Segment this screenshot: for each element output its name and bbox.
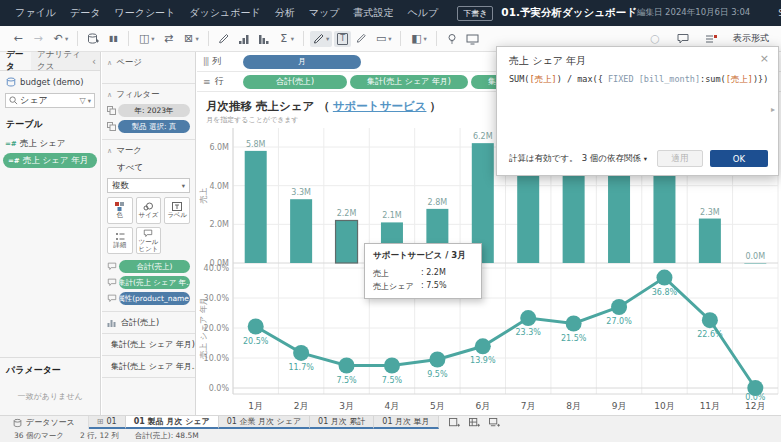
new-worksheet-icon[interactable]	[449, 418, 460, 428]
dependencies-dropdown[interactable]: 3 個の依存関係 ▾	[582, 153, 647, 165]
edit-button[interactable]	[353, 31, 370, 46]
line-point-mark[interactable]	[566, 316, 582, 332]
line-point-mark[interactable]	[384, 358, 400, 374]
bar-mark[interactable]	[653, 166, 675, 263]
expand-panel-icon[interactable]: ▸	[771, 105, 775, 114]
field-uriage-share-nengetsu[interactable]: =# 売上 シェア 年月	[3, 153, 97, 168]
apply-button[interactable]: 適用	[657, 150, 703, 167]
tab-monthly-cumulative[interactable]: 01 月次 累計	[310, 416, 374, 429]
columns-pill-month[interactable]: 月	[243, 55, 361, 69]
sort-descending-button[interactable]	[255, 31, 273, 47]
status-circle-button[interactable]: ○	[646, 31, 664, 46]
search-box[interactable]: ▽ ▾	[5, 93, 95, 108]
fit-button[interactable]: ◧▾	[407, 31, 429, 46]
datasource-tab[interactable]: データソース	[0, 416, 89, 429]
line-point-mark[interactable]	[293, 345, 309, 361]
line-point-mark[interactable]	[702, 312, 718, 328]
marks-card-header[interactable]: ∧マーク	[107, 145, 190, 157]
ok-button[interactable]: OK	[710, 150, 768, 167]
datasource-row[interactable]: budget (demo)	[0, 71, 100, 91]
marks-pill-attr-product[interactable]: 属性(product_name)	[119, 292, 190, 305]
collapse-chevron-icon: ∧	[107, 147, 112, 155]
new-dashboard-icon[interactable]	[469, 418, 480, 428]
duplicate-button[interactable]: ⇄	[160, 31, 178, 46]
tab-data[interactable]: データ	[0, 52, 31, 70]
bar-mark[interactable]	[290, 199, 312, 263]
menu-data[interactable]: データ	[63, 6, 107, 20]
pause-updates-button[interactable]: ▮▮	[104, 31, 122, 46]
tab-dashboard-01[interactable]: ⊞01	[89, 416, 126, 429]
forward-button[interactable]: →	[29, 31, 47, 46]
new-datasource-button[interactable]	[84, 31, 102, 47]
line-point-mark[interactable]	[429, 352, 445, 368]
line-point-mark[interactable]	[656, 270, 672, 286]
field-uriage-share[interactable]: =# 売上 シェア	[0, 136, 100, 152]
menu-dashboard[interactable]: ダッシュボード	[182, 6, 267, 20]
filter-pill-product[interactable]: 製品 選択: 真	[118, 120, 190, 133]
search-input[interactable]	[20, 96, 62, 106]
color-button[interactable]: 色	[107, 197, 133, 224]
bar-mark[interactable]	[245, 151, 267, 263]
tab-monthly-single[interactable]: 01 月次 単月	[374, 416, 438, 429]
menu-help[interactable]: ヘルプ	[400, 6, 445, 20]
rows-pill-agg-share-1[interactable]: 集計(売上 シェア 年月)	[350, 75, 468, 89]
title-product-link[interactable]: サポートサービス	[333, 99, 427, 113]
text-object-button[interactable]: T	[334, 31, 351, 47]
size-button[interactable]: サイズ	[136, 197, 162, 224]
detail-button[interactable]: 詳細	[107, 227, 133, 254]
line-point-mark[interactable]	[475, 338, 491, 354]
formula-text[interactable]: SUM([売上]) / max({ FIXED [bill_month]:sum…	[509, 74, 758, 86]
menu-worksheet[interactable]: ワークシート	[107, 6, 182, 20]
alerts-button[interactable]	[702, 31, 720, 47]
label-button[interactable]: ラベル	[164, 197, 190, 224]
marks-all-label[interactable]: すべて	[107, 157, 190, 176]
back-button[interactable]: ←	[9, 31, 27, 46]
tab-company-monthly-share[interactable]: 01 企業 月次 シェア	[219, 416, 310, 429]
close-icon[interactable]: ×	[760, 52, 769, 65]
display-format-label[interactable]: 表示形式	[733, 32, 769, 45]
mark-type-dropdown[interactable]: 複数▾	[107, 178, 190, 193]
search-options-caret-icon[interactable]: ▾	[88, 97, 91, 105]
collapse-panel-icon[interactable]: ‹	[88, 52, 100, 70]
sort-ascending-button[interactable]	[235, 31, 253, 47]
highlight-button[interactable]	[215, 31, 233, 47]
container-button[interactable]: ▭▾	[372, 31, 394, 46]
bar-mark[interactable]	[699, 219, 721, 263]
line-point-mark[interactable]	[339, 358, 355, 374]
line-point-mark[interactable]	[248, 319, 264, 335]
mark-section-line[interactable]: 集計(売上 シェア 年月)	[102, 334, 195, 356]
mark-section-circle[interactable]: 集計(売上 シェア 年月..	[102, 356, 195, 378]
filters-card-header[interactable]: ∧フィルター	[107, 89, 190, 101]
bar-mark[interactable]	[517, 166, 539, 263]
bar-mark[interactable]	[336, 220, 358, 263]
menu-format[interactable]: 書式設定	[346, 6, 400, 20]
marks-pill-agg-share[interactable]: 集計(売上 シェア 年..	[119, 276, 190, 289]
rows-pill-total-sales[interactable]: 合計(売上)	[243, 75, 347, 89]
bar-mark[interactable]	[744, 263, 766, 264]
pages-card-header[interactable]: ∧ページ	[107, 57, 190, 69]
tooltip-button[interactable]: ツールヒント	[136, 227, 162, 254]
filter-funnel-icon[interactable]: ▽	[80, 96, 86, 105]
menu-analysis[interactable]: 分析	[268, 6, 302, 20]
clear-sheet-button[interactable]: ⊠▾	[180, 31, 202, 46]
new-worksheet-button[interactable]: ◫▾	[135, 31, 157, 46]
mark-section-bar[interactable]: 合計(売上)	[102, 312, 195, 334]
bar-mark[interactable]	[563, 166, 585, 263]
totals-button[interactable]: Σ▾	[275, 31, 297, 46]
menu-map[interactable]: マップ	[302, 6, 347, 20]
tab-product-monthly-share[interactable]: 01 製品 月次 シェア	[126, 416, 219, 429]
tooltip-toggle-button[interactable]	[674, 31, 692, 47]
undo-button[interactable]: ↶▾	[49, 31, 71, 46]
presentation-button[interactable]	[463, 31, 482, 47]
line-point-mark[interactable]	[611, 299, 627, 315]
line-point-mark[interactable]	[520, 310, 536, 326]
bar-mark[interactable]	[608, 166, 630, 263]
new-story-icon[interactable]	[489, 418, 500, 428]
menu-file[interactable]: ファイル	[8, 6, 63, 20]
marks-pill-total-sales[interactable]: 合計(売上)	[119, 260, 190, 273]
tab-analytics[interactable]: アナリティクス	[31, 52, 88, 70]
filter-pill-year[interactable]: 年: 2023年	[118, 104, 190, 117]
format-button[interactable]: ▾	[310, 31, 332, 47]
show-me-button[interactable]	[443, 31, 461, 47]
show-me-panel-button[interactable]: 表示形式	[730, 30, 772, 47]
